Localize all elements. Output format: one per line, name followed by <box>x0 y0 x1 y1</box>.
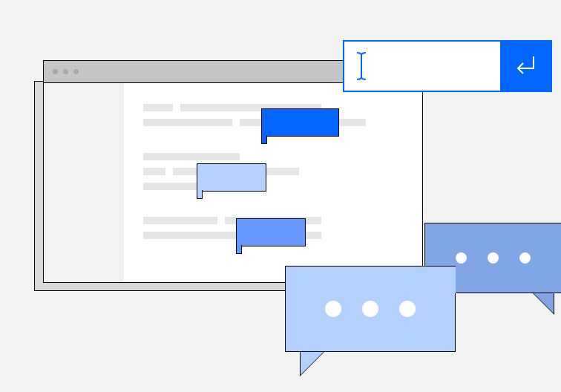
submit-button[interactable] <box>500 42 551 91</box>
text-placeholder <box>143 104 173 111</box>
comment-tag <box>197 163 266 192</box>
search-field[interactable] <box>344 42 500 91</box>
traffic-light-icon <box>73 69 79 74</box>
typing-dot-icon <box>399 301 416 317</box>
text-placeholder <box>143 183 203 190</box>
chat-bubble-tail <box>301 351 324 375</box>
text-cursor-icon <box>356 51 367 81</box>
typing-dot-icon <box>488 252 499 264</box>
text-placeholder <box>143 168 165 175</box>
overlap-mask <box>424 267 456 293</box>
typing-dot-icon <box>456 252 467 264</box>
typing-dot-icon <box>519 252 531 264</box>
text-placeholder <box>143 119 232 126</box>
typing-dot-icon <box>362 301 378 317</box>
traffic-light-icon <box>53 69 58 74</box>
typing-dot-icon <box>325 301 341 317</box>
traffic-light-icon <box>63 69 68 74</box>
window-sidebar <box>44 83 124 282</box>
text-placeholder <box>143 217 217 224</box>
search-input-box[interactable] <box>343 40 552 92</box>
enter-arrow-icon <box>513 53 538 79</box>
text-placeholder <box>143 153 240 160</box>
chat-bubble-tail <box>533 293 554 313</box>
comment-tag <box>236 218 306 246</box>
comment-tag <box>261 108 339 137</box>
